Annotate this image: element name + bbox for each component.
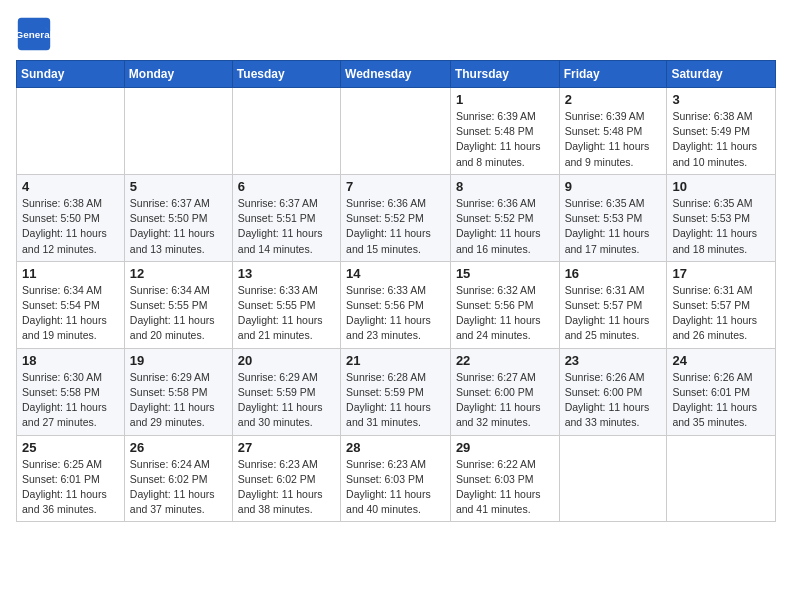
calendar-cell: 13Sunrise: 6:33 AM Sunset: 5:55 PM Dayli…: [232, 261, 340, 348]
calendar-body: 1Sunrise: 6:39 AM Sunset: 5:48 PM Daylig…: [17, 88, 776, 522]
day-info: Sunrise: 6:38 AM Sunset: 5:49 PM Dayligh…: [672, 109, 770, 170]
svg-text:General: General: [16, 29, 52, 40]
day-number: 20: [238, 353, 335, 368]
day-info: Sunrise: 6:36 AM Sunset: 5:52 PM Dayligh…: [346, 196, 445, 257]
day-number: 22: [456, 353, 554, 368]
day-number: 27: [238, 440, 335, 455]
day-info: Sunrise: 6:38 AM Sunset: 5:50 PM Dayligh…: [22, 196, 119, 257]
calendar-cell: [124, 88, 232, 175]
day-info: Sunrise: 6:27 AM Sunset: 6:00 PM Dayligh…: [456, 370, 554, 431]
day-number: 5: [130, 179, 227, 194]
calendar-cell: [232, 88, 340, 175]
logo-icon: General: [16, 16, 52, 52]
day-info: Sunrise: 6:29 AM Sunset: 5:59 PM Dayligh…: [238, 370, 335, 431]
calendar-cell: [667, 435, 776, 522]
day-number: 23: [565, 353, 662, 368]
day-number: 24: [672, 353, 770, 368]
calendar-cell: 12Sunrise: 6:34 AM Sunset: 5:55 PM Dayli…: [124, 261, 232, 348]
calendar-week-2: 4Sunrise: 6:38 AM Sunset: 5:50 PM Daylig…: [17, 174, 776, 261]
calendar-cell: 28Sunrise: 6:23 AM Sunset: 6:03 PM Dayli…: [341, 435, 451, 522]
day-number: 17: [672, 266, 770, 281]
day-info: Sunrise: 6:32 AM Sunset: 5:56 PM Dayligh…: [456, 283, 554, 344]
day-number: 13: [238, 266, 335, 281]
day-header-thursday: Thursday: [450, 61, 559, 88]
day-number: 7: [346, 179, 445, 194]
day-info: Sunrise: 6:24 AM Sunset: 6:02 PM Dayligh…: [130, 457, 227, 518]
day-number: 4: [22, 179, 119, 194]
day-info: Sunrise: 6:31 AM Sunset: 5:57 PM Dayligh…: [565, 283, 662, 344]
day-info: Sunrise: 6:34 AM Sunset: 5:54 PM Dayligh…: [22, 283, 119, 344]
calendar-cell: [559, 435, 667, 522]
calendar-cell: 27Sunrise: 6:23 AM Sunset: 6:02 PM Dayli…: [232, 435, 340, 522]
day-number: 14: [346, 266, 445, 281]
calendar-cell: 7Sunrise: 6:36 AM Sunset: 5:52 PM Daylig…: [341, 174, 451, 261]
day-number: 9: [565, 179, 662, 194]
day-number: 12: [130, 266, 227, 281]
day-number: 15: [456, 266, 554, 281]
day-info: Sunrise: 6:37 AM Sunset: 5:50 PM Dayligh…: [130, 196, 227, 257]
day-number: 6: [238, 179, 335, 194]
calendar-cell: 26Sunrise: 6:24 AM Sunset: 6:02 PM Dayli…: [124, 435, 232, 522]
day-info: Sunrise: 6:28 AM Sunset: 5:59 PM Dayligh…: [346, 370, 445, 431]
calendar-cell: 24Sunrise: 6:26 AM Sunset: 6:01 PM Dayli…: [667, 348, 776, 435]
calendar-week-3: 11Sunrise: 6:34 AM Sunset: 5:54 PM Dayli…: [17, 261, 776, 348]
day-number: 3: [672, 92, 770, 107]
day-info: Sunrise: 6:31 AM Sunset: 5:57 PM Dayligh…: [672, 283, 770, 344]
calendar-cell: 15Sunrise: 6:32 AM Sunset: 5:56 PM Dayli…: [450, 261, 559, 348]
day-number: 10: [672, 179, 770, 194]
calendar-cell: 3Sunrise: 6:38 AM Sunset: 5:49 PM Daylig…: [667, 88, 776, 175]
day-number: 21: [346, 353, 445, 368]
calendar-cell: 19Sunrise: 6:29 AM Sunset: 5:58 PM Dayli…: [124, 348, 232, 435]
day-number: 26: [130, 440, 227, 455]
calendar-cell: [341, 88, 451, 175]
page-header: General: [16, 16, 776, 52]
day-info: Sunrise: 6:39 AM Sunset: 5:48 PM Dayligh…: [565, 109, 662, 170]
calendar-cell: 25Sunrise: 6:25 AM Sunset: 6:01 PM Dayli…: [17, 435, 125, 522]
day-number: 16: [565, 266, 662, 281]
day-number: 11: [22, 266, 119, 281]
day-info: Sunrise: 6:34 AM Sunset: 5:55 PM Dayligh…: [130, 283, 227, 344]
calendar-cell: 11Sunrise: 6:34 AM Sunset: 5:54 PM Dayli…: [17, 261, 125, 348]
calendar-cell: 22Sunrise: 6:27 AM Sunset: 6:00 PM Dayli…: [450, 348, 559, 435]
day-number: 18: [22, 353, 119, 368]
day-header-saturday: Saturday: [667, 61, 776, 88]
day-info: Sunrise: 6:39 AM Sunset: 5:48 PM Dayligh…: [456, 109, 554, 170]
calendar-cell: 14Sunrise: 6:33 AM Sunset: 5:56 PM Dayli…: [341, 261, 451, 348]
calendar-cell: 5Sunrise: 6:37 AM Sunset: 5:50 PM Daylig…: [124, 174, 232, 261]
day-info: Sunrise: 6:25 AM Sunset: 6:01 PM Dayligh…: [22, 457, 119, 518]
calendar-cell: 2Sunrise: 6:39 AM Sunset: 5:48 PM Daylig…: [559, 88, 667, 175]
day-header-tuesday: Tuesday: [232, 61, 340, 88]
day-number: 2: [565, 92, 662, 107]
day-header-monday: Monday: [124, 61, 232, 88]
calendar-cell: 10Sunrise: 6:35 AM Sunset: 5:53 PM Dayli…: [667, 174, 776, 261]
day-info: Sunrise: 6:35 AM Sunset: 5:53 PM Dayligh…: [672, 196, 770, 257]
day-info: Sunrise: 6:23 AM Sunset: 6:02 PM Dayligh…: [238, 457, 335, 518]
calendar-header: SundayMondayTuesdayWednesdayThursdayFrid…: [17, 61, 776, 88]
calendar-cell: 17Sunrise: 6:31 AM Sunset: 5:57 PM Dayli…: [667, 261, 776, 348]
day-info: Sunrise: 6:33 AM Sunset: 5:56 PM Dayligh…: [346, 283, 445, 344]
calendar-cell: 16Sunrise: 6:31 AM Sunset: 5:57 PM Dayli…: [559, 261, 667, 348]
calendar-week-1: 1Sunrise: 6:39 AM Sunset: 5:48 PM Daylig…: [17, 88, 776, 175]
day-info: Sunrise: 6:22 AM Sunset: 6:03 PM Dayligh…: [456, 457, 554, 518]
calendar-week-5: 25Sunrise: 6:25 AM Sunset: 6:01 PM Dayli…: [17, 435, 776, 522]
day-number: 19: [130, 353, 227, 368]
calendar-cell: 18Sunrise: 6:30 AM Sunset: 5:58 PM Dayli…: [17, 348, 125, 435]
day-number: 29: [456, 440, 554, 455]
calendar-table: SundayMondayTuesdayWednesdayThursdayFrid…: [16, 60, 776, 522]
day-number: 8: [456, 179, 554, 194]
day-info: Sunrise: 6:23 AM Sunset: 6:03 PM Dayligh…: [346, 457, 445, 518]
day-number: 25: [22, 440, 119, 455]
day-info: Sunrise: 6:26 AM Sunset: 6:00 PM Dayligh…: [565, 370, 662, 431]
calendar-week-4: 18Sunrise: 6:30 AM Sunset: 5:58 PM Dayli…: [17, 348, 776, 435]
day-number: 1: [456, 92, 554, 107]
day-info: Sunrise: 6:37 AM Sunset: 5:51 PM Dayligh…: [238, 196, 335, 257]
day-header-friday: Friday: [559, 61, 667, 88]
day-info: Sunrise: 6:30 AM Sunset: 5:58 PM Dayligh…: [22, 370, 119, 431]
day-info: Sunrise: 6:26 AM Sunset: 6:01 PM Dayligh…: [672, 370, 770, 431]
calendar-cell: 4Sunrise: 6:38 AM Sunset: 5:50 PM Daylig…: [17, 174, 125, 261]
day-info: Sunrise: 6:29 AM Sunset: 5:58 PM Dayligh…: [130, 370, 227, 431]
calendar-cell: 9Sunrise: 6:35 AM Sunset: 5:53 PM Daylig…: [559, 174, 667, 261]
calendar-cell: 20Sunrise: 6:29 AM Sunset: 5:59 PM Dayli…: [232, 348, 340, 435]
day-info: Sunrise: 6:33 AM Sunset: 5:55 PM Dayligh…: [238, 283, 335, 344]
day-header-sunday: Sunday: [17, 61, 125, 88]
